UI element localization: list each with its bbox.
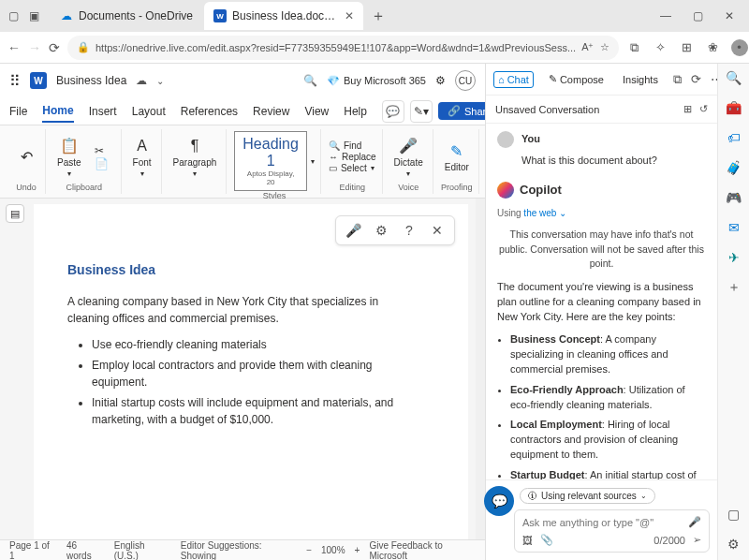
style-gallery[interactable]: Heading 1 Aptos Display, 20 <box>234 131 307 191</box>
paragraph-button[interactable]: ¶Paragraph▾ <box>169 135 221 180</box>
mic-icon[interactable]: 🎤 <box>344 221 362 240</box>
reader-icon[interactable]: A⁺ <box>581 41 594 53</box>
page-indicator[interactable]: Page 1 of 1 <box>9 540 55 561</box>
font-button[interactable]: AFont▾ <box>129 135 155 180</box>
chevron-down-icon[interactable]: ⌄ <box>559 208 566 218</box>
style-chevron-icon[interactable]: ▾ <box>311 157 315 166</box>
editing-mode-button[interactable]: ✎▾ <box>410 100 433 123</box>
find-button[interactable]: 🔍Find <box>329 140 376 151</box>
tools-icon[interactable]: 🧰 <box>726 99 742 116</box>
zoom-in-button[interactable]: + <box>355 545 360 555</box>
ribbon-tabs: File Home Insert Layout References Revie… <box>0 97 485 125</box>
new-tab-button[interactable]: ＋ <box>365 3 391 29</box>
drop-icon[interactable]: ✈ <box>726 249 742 266</box>
copilot-text-input[interactable] <box>522 517 683 528</box>
new-topic-button[interactable]: 💬 <box>484 486 514 516</box>
user-message: What is this document about? <box>521 154 706 169</box>
tab-history-icon[interactable]: ▢ <box>6 8 21 23</box>
minimize-button[interactable]: — <box>652 3 680 29</box>
using-link[interactable]: the web <box>523 208 556 218</box>
attach-file-icon[interactable]: 📎 <box>540 534 553 546</box>
maximize-button[interactable]: ▢ <box>683 3 712 29</box>
sources-pill[interactable]: 🛈 Using relevant sources ⌄ <box>520 488 655 504</box>
briefcase-icon[interactable]: 🧳 <box>726 159 742 176</box>
search-icon[interactable]: 🔍 <box>303 74 317 87</box>
tab-view[interactable]: View <box>304 101 329 122</box>
browser-tab-onedrive[interactable]: ☁ Documents - OneDrive <box>51 2 202 30</box>
extension-icon[interactable]: ❀ <box>705 39 722 56</box>
close-icon[interactable]: ✕ <box>428 221 447 240</box>
site-info-icon[interactable]: 🔒 <box>77 41 90 53</box>
app-launcher-icon[interactable]: ⠿ <box>9 72 21 90</box>
mic-icon[interactable]: 🎤 <box>688 516 701 528</box>
navigation-pane-toggle[interactable]: ▤ <box>6 204 24 223</box>
browser-tab-word[interactable]: W Business Idea.docx - Microsoft W ✕ <box>204 2 363 30</box>
url-field[interactable]: 🔒 https://onedrive.live.com/edit.aspx?re… <box>67 36 619 60</box>
tab-insert[interactable]: Insert <box>89 101 117 122</box>
scrollbar[interactable] <box>476 199 485 539</box>
copilot-tab-compose[interactable]: ✎Compose <box>545 71 608 87</box>
tab-label: Business Idea.docx - Microsoft W <box>232 9 339 22</box>
close-window-button[interactable]: ✕ <box>715 3 743 29</box>
feedback-link[interactable]: Give Feedback to Microsoft <box>369 540 476 561</box>
favorite-icon[interactable]: ☆ <box>600 41 609 53</box>
zoom-out-button[interactable]: − <box>306 545 312 555</box>
editor-status[interactable]: Editor Suggestions: Showing <box>181 540 295 561</box>
list-item: Startup Budget: An initial startup cost … <box>510 468 706 479</box>
editor-button[interactable]: ✎Editor <box>441 140 473 174</box>
tab-home[interactable]: Home <box>42 100 73 123</box>
undo-button[interactable]: ↶ <box>13 146 39 169</box>
tab-file[interactable]: File <box>9 101 27 122</box>
document-name[interactable]: Business Idea <box>56 74 126 87</box>
replace-button[interactable]: ↔Replace <box>329 152 376 162</box>
favorites-bar-icon[interactable]: ⊞ <box>679 39 696 56</box>
zoom-level[interactable]: 100% <box>321 545 345 555</box>
history-icon[interactable]: ↺ <box>699 103 708 115</box>
doc-paragraph: A cleaning company based in New York Cit… <box>67 293 421 327</box>
settings-icon[interactable]: ⚙ <box>726 536 742 553</box>
grid-icon[interactable]: ⊞ <box>683 103 692 115</box>
attach-image-icon[interactable]: 🖼 <box>522 535 533 546</box>
copilot-tab-chat[interactable]: ⌂Chat <box>493 71 534 88</box>
extensions-icon[interactable]: ✧ <box>653 39 669 56</box>
copilot-input-box[interactable]: 🎤 🖼 📎 0/2000 ➢ <box>514 509 710 553</box>
tab-references[interactable]: References <box>181 101 238 122</box>
user-badge[interactable]: CU <box>455 70 476 91</box>
tab-layout[interactable]: Layout <box>132 101 166 122</box>
copilot-tab-insights[interactable]: Insights <box>619 72 662 87</box>
close-icon[interactable]: ✕ <box>345 9 354 22</box>
paste-button[interactable]: 📋Paste▾ <box>53 135 85 180</box>
tab-review[interactable]: Review <box>253 101 289 122</box>
add-icon[interactable]: ＋ <box>726 279 742 296</box>
settings-icon[interactable]: ⚙ <box>435 74 446 87</box>
chevron-down-icon[interactable]: ⌄ <box>156 76 164 86</box>
collections-icon[interactable]: ⧉ <box>626 39 643 56</box>
word-count[interactable]: 46 words <box>66 540 103 561</box>
sidebar-toggle-icon[interactable]: ▢ <box>726 506 742 523</box>
refresh-icon[interactable]: ⟳ <box>691 72 701 87</box>
search-icon[interactable]: 🔍 <box>726 69 742 86</box>
outlook-icon[interactable]: ✉ <box>726 219 742 236</box>
copilot-conversation: You What is this document about? Copilot… <box>486 124 717 479</box>
comments-button[interactable]: 💬 <box>382 100 404 123</box>
back-button[interactable]: ← <box>7 38 21 57</box>
tab-overview-icon[interactable]: ▣ <box>26 8 41 23</box>
profile-avatar[interactable]: • <box>731 39 748 56</box>
send-icon[interactable]: ➢ <box>693 534 701 546</box>
saved-cloud-icon[interactable]: ☁ <box>136 74 147 87</box>
buy-m365-button[interactable]: 💎Buy Microsoft 365 <box>327 75 426 87</box>
select-button[interactable]: ▭Select▾ <box>329 163 376 173</box>
gear-icon[interactable]: ⚙ <box>372 221 390 240</box>
games-icon[interactable]: 🎮 <box>726 189 742 206</box>
forward-button[interactable]: → <box>28 38 41 57</box>
shopping-icon[interactable]: 🏷 <box>726 129 742 146</box>
tab-help[interactable]: Help <box>344 101 367 122</box>
refresh-button[interactable]: ⟳ <box>49 38 60 57</box>
dictate-button[interactable]: 🎤Dictate▾ <box>390 135 427 180</box>
document-page[interactable]: 🎤 ⚙ ? ✕ Business Idea A cleaning company… <box>34 204 468 539</box>
open-external-icon[interactable]: ⧉ <box>673 72 682 87</box>
clipboard-options[interactable]: ✂📄 <box>89 146 115 169</box>
help-icon[interactable]: ? <box>400 221 419 240</box>
language-indicator[interactable]: English (U.S.) <box>114 540 169 561</box>
copilot-brand-name: Copilot <box>520 182 562 199</box>
